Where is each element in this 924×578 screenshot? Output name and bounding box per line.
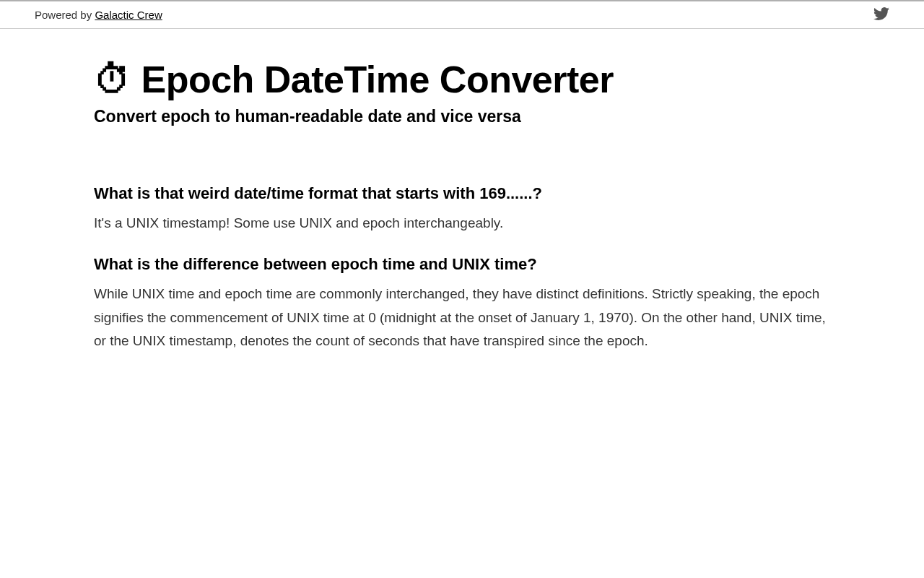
powered-by-prefix: Powered by [35,9,95,21]
page-subtitle: Convert epoch to human-readable date and… [94,107,830,126]
powered-by-link[interactable]: Galactic Crew [95,9,162,21]
main-content: ⏱ Epoch DateTime Converter Convert epoch… [79,29,845,394]
faq-answer: It's a UNIX timestamp! Some use UNIX and… [94,212,830,235]
top-bar: Powered by Galactic Crew [0,0,924,29]
powered-by-text: Powered by Galactic Crew [35,9,162,21]
faq-answer: While UNIX time and epoch time are commo… [94,282,830,353]
faq-question: What is that weird date/time format that… [94,184,830,203]
twitter-link[interactable] [873,6,889,24]
page-title: ⏱ Epoch DateTime Converter [94,58,830,101]
faq-question: What is the difference between epoch tim… [94,255,830,274]
twitter-icon [873,6,889,22]
